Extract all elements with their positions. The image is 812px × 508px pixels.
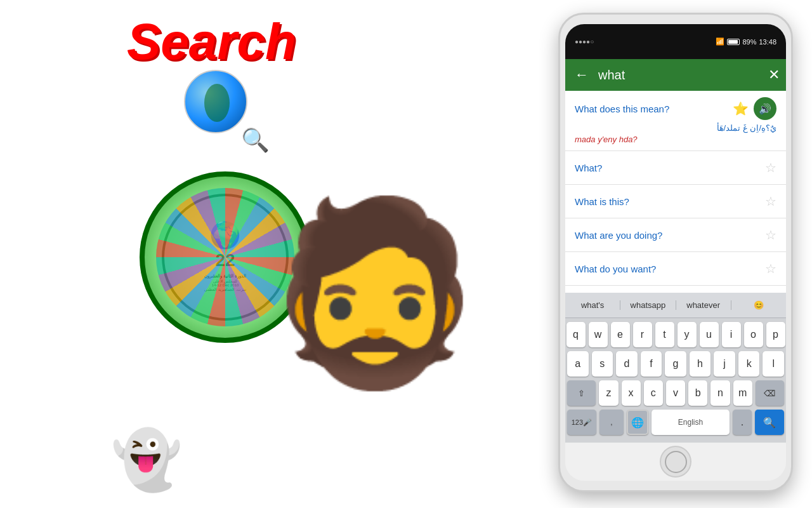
ghost-character: 👻: [111, 425, 182, 489]
key-d[interactable]: d: [616, 351, 638, 377]
search-input[interactable]: what: [598, 68, 762, 83]
key-v[interactable]: v: [666, 380, 685, 406]
result-phrase-2: What?: [575, 163, 602, 173]
home-button[interactable]: [660, 446, 691, 478]
result-item-2[interactable]: What? ☆: [565, 151, 786, 185]
clear-button[interactable]: ✕: [768, 67, 780, 83]
key-j[interactable]: j: [714, 351, 735, 377]
key-c[interactable]: c: [644, 380, 663, 406]
suggestion-whats[interactable]: what's: [565, 300, 620, 310]
key-t[interactable]: t: [655, 322, 674, 347]
key-z[interactable]: z: [599, 380, 618, 406]
globe-decoration: 🇸🇦 🔍: [184, 70, 266, 152]
phone-inner: ●●●●○ 📶 89% 13:48 ← what ✕: [565, 24, 786, 481]
result-item-5[interactable]: What do you want? ☆: [565, 252, 786, 286]
carrier-text: ●●●●○: [575, 38, 594, 45]
suggestion-whatsapp[interactable]: whatsapp: [620, 300, 676, 310]
result-item-4[interactable]: What are you doing? ☆: [565, 218, 786, 252]
suggestion-emoji[interactable]: 😊: [731, 300, 786, 310]
battery-indicator: [727, 39, 740, 45]
key-f[interactable]: f: [641, 351, 662, 377]
result-item-3[interactable]: What is this? ☆: [565, 185, 786, 218]
arabic-text-1: يٌ؟هِ/اِن غَ تملد/هَأ: [575, 123, 776, 133]
key-shift[interactable]: ⇧: [567, 380, 596, 406]
key-w[interactable]: w: [589, 322, 608, 347]
key-r[interactable]: r: [633, 322, 652, 347]
star-icon-2[interactable]: ☆: [765, 160, 776, 175]
keyboard-rows: q w e r t y u i o p a s: [565, 318, 786, 443]
emblem-text: الدورة الثانية والعشرون للمجلس الأعلى 14…: [201, 271, 249, 295]
transliteration-1: mada y'eny hda?: [575, 135, 776, 144]
character-figure: 🧔: [264, 203, 485, 381]
key-s[interactable]: s: [592, 351, 613, 377]
key-g[interactable]: g: [665, 351, 686, 377]
result-phrase-5: What do you want?: [575, 264, 656, 274]
key-row-4: 123🎤 , 🌐 English . 🔍: [567, 410, 784, 435]
page-title: Search: [127, 13, 296, 71]
signal-icon: 📶: [716, 37, 724, 46]
key-row-3: ⇧ z x c v b n m ⌫: [567, 380, 784, 406]
key-e[interactable]: e: [611, 322, 630, 347]
key-comma[interactable]: ,: [599, 410, 624, 435]
result-phrase-3: What is this?: [575, 196, 629, 207]
time-display: 13:48: [759, 38, 776, 46]
magnifier-icon: 🔍: [241, 127, 273, 159]
result-item-1[interactable]: What does this mean? ⭐ 🔊 يٌ؟هِ/اِن غَ تم…: [565, 91, 786, 151]
key-globe[interactable]: 🌐: [627, 410, 649, 435]
key-y[interactable]: y: [678, 322, 697, 347]
key-h[interactable]: h: [690, 351, 711, 377]
emblem-number: 22: [215, 250, 235, 271]
key-p[interactable]: p: [766, 322, 785, 347]
key-b[interactable]: b: [688, 380, 707, 406]
audio-button-1[interactable]: 🔊: [754, 97, 776, 120]
battery-percent: 89%: [742, 38, 756, 46]
results-list: What does this mean? ⭐ 🔊 يٌ؟هِ/اِن غَ تم…: [565, 91, 786, 286]
star-icon-5[interactable]: ☆: [765, 261, 776, 276]
arab-character: 🧔: [285, 114, 463, 470]
phone-frame: ●●●●○ 📶 89% 13:48 ← what ✕: [558, 13, 793, 492]
key-i[interactable]: i: [722, 322, 741, 347]
key-o[interactable]: o: [744, 322, 763, 347]
status-bar: ●●●●○ 📶 89% 13:48: [565, 24, 786, 59]
phone-bottom-bar: [565, 443, 786, 481]
key-a[interactable]: a: [567, 351, 589, 377]
key-space[interactable]: English: [652, 410, 729, 435]
suggestion-whatever[interactable]: whatever: [676, 300, 731, 310]
key-n[interactable]: n: [710, 380, 730, 406]
star-icon-3[interactable]: ☆: [765, 194, 776, 209]
key-q[interactable]: q: [566, 322, 586, 347]
phone-screen: ← what ✕ What does this mean? ⭐ 🔊 يٌ؟هِ/…: [565, 59, 786, 443]
result-phrase-1: What does this mean?: [575, 104, 669, 114]
status-right: 📶 89% 13:48: [716, 37, 776, 46]
key-period[interactable]: .: [733, 410, 752, 435]
key-numbers[interactable]: 123🎤: [567, 410, 596, 435]
key-backspace[interactable]: ⌫: [756, 380, 784, 406]
globe-icon: 🇸🇦: [184, 70, 247, 133]
back-button[interactable]: ←: [572, 64, 592, 86]
key-l[interactable]: l: [763, 351, 784, 377]
app-search-bar: ← what ✕: [565, 59, 786, 91]
suggestion-row: what's whatsapp whatever 😊: [565, 293, 786, 318]
star-icon-1[interactable]: ⭐: [733, 101, 749, 116]
key-x[interactable]: x: [622, 380, 641, 406]
keyboard: what's whatsapp whatever 😊 q w e r t y u: [565, 293, 786, 443]
star-icon-4[interactable]: ☆: [765, 227, 776, 243]
key-m[interactable]: m: [733, 380, 752, 406]
result-phrase-4: What are you doing?: [575, 230, 662, 241]
key-row-1: q w e r t y u i o p: [567, 322, 784, 347]
key-row-2: a s d f g h j k l: [567, 351, 784, 377]
home-button-inner: [665, 451, 687, 473]
key-u[interactable]: u: [700, 322, 719, 347]
key-k[interactable]: k: [738, 351, 760, 377]
key-search[interactable]: 🔍: [755, 410, 784, 435]
